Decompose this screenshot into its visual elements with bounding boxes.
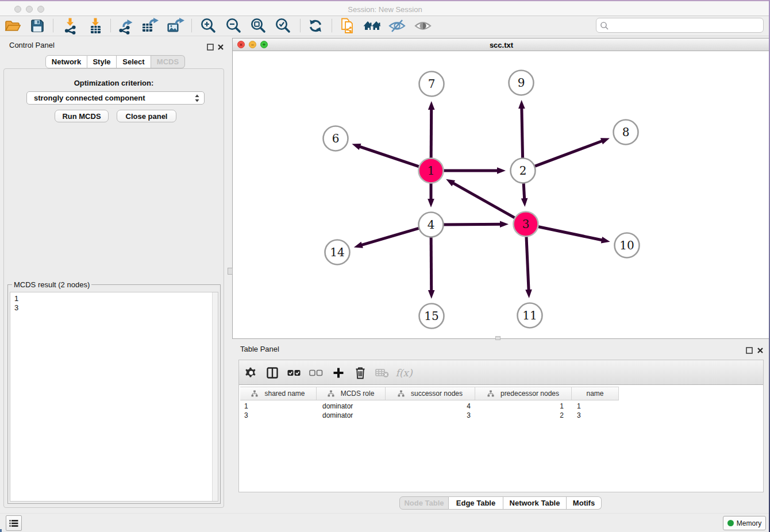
column-header-predecessor-nodes[interactable]: predecessor nodes (475, 387, 572, 400)
table-tab-edge-table[interactable]: Edge Table (449, 496, 503, 510)
node-7[interactable]: 7 (419, 72, 444, 97)
zoom-selected-button[interactable] (272, 17, 293, 34)
edge-1-7[interactable] (428, 101, 435, 159)
search-input[interactable] (596, 18, 764, 33)
cell-successor-nodes[interactable]: 3 (386, 411, 475, 420)
open-session-button[interactable] (2, 17, 23, 34)
hide-selected-button[interactable] (387, 17, 407, 34)
edge-3-11[interactable] (525, 236, 532, 298)
cell-shared-name[interactable]: 3 (240, 411, 317, 420)
show-all-button[interactable] (413, 17, 433, 34)
table-row[interactable]: 3dominator323 (240, 411, 619, 420)
cell-predecessor-nodes[interactable]: 2 (475, 411, 572, 420)
column-namespace-icon (398, 390, 405, 397)
edge-4-15[interactable] (428, 236, 435, 299)
import-table-button[interactable] (85, 17, 106, 34)
save-session-button[interactable] (27, 17, 48, 34)
node-15[interactable]: 15 (419, 304, 444, 329)
function-builder-button[interactable]: f(x) (394, 360, 414, 385)
table-settings-button[interactable] (241, 360, 261, 385)
cell-name[interactable]: 1 (572, 402, 619, 411)
edge-2-3[interactable] (521, 182, 528, 207)
export-network-icon (117, 17, 134, 34)
control-tab-network[interactable]: Network (45, 55, 87, 68)
cell-name[interactable]: 3 (572, 411, 619, 420)
edge-1-6[interactable] (352, 144, 419, 167)
cell-MCDS-role[interactable]: dominator (317, 411, 386, 420)
mcds-result-values: 1 3 (14, 294, 18, 313)
node-10[interactable]: 10 (615, 233, 640, 258)
table-panel-close-button[interactable] (757, 346, 764, 353)
cell-MCDS-role[interactable]: dominator (317, 402, 386, 411)
cell-successor-nodes[interactable]: 4 (386, 402, 475, 411)
edge-3-1[interactable] (446, 179, 515, 218)
zoom-in-button[interactable] (198, 17, 218, 34)
show-column-panel-button[interactable] (263, 360, 282, 385)
close-panel-button[interactable]: Close panel (117, 110, 176, 122)
node-8[interactable]: 8 (614, 120, 638, 145)
table-row[interactable]: 1dominator411 (240, 402, 619, 411)
column-header-shared-name[interactable]: shared name (240, 387, 317, 400)
table-tab-node-table[interactable]: Node Table (399, 496, 449, 510)
panel-splitter-grip[interactable] (228, 268, 233, 275)
edge-2-9[interactable] (518, 100, 525, 159)
search-icon (600, 21, 609, 30)
node-3[interactable]: 3 (514, 212, 538, 237)
edge-1-2[interactable] (443, 167, 506, 174)
select-all-button[interactable] (284, 360, 304, 385)
cell-predecessor-nodes[interactable]: 1 (475, 402, 572, 411)
unchecked-boxes-icon (309, 369, 323, 377)
run-mcds-button[interactable]: Run MCDS (55, 110, 109, 122)
edge-1-4[interactable] (428, 183, 434, 208)
task-history-button[interactable] (6, 515, 22, 531)
app-titlebar: Session: New Session (0, 1, 770, 16)
export-network-button[interactable] (115, 17, 136, 34)
control-tab-mcds[interactable]: MCDS (151, 55, 185, 68)
control-tab-style[interactable]: Style (87, 55, 117, 68)
svg-text:8: 8 (622, 125, 630, 139)
optimization-criterion-select[interactable]: strongly connected component (26, 91, 205, 105)
svg-text:2: 2 (519, 164, 527, 178)
zoom-out-button[interactable] (223, 17, 244, 34)
delete-table-button[interactable] (372, 360, 392, 385)
bottom-splitter-grip[interactable] (495, 336, 500, 340)
node-6[interactable]: 6 (324, 126, 348, 151)
node-4[interactable]: 4 (419, 213, 444, 237)
delete-column-button[interactable] (351, 360, 370, 385)
column-header-MCDS-role[interactable]: MCDS role (317, 387, 386, 400)
create-column-button[interactable] (329, 360, 348, 385)
control-tab-select[interactable]: Select (117, 55, 151, 68)
control-panel-float-button[interactable] (207, 43, 214, 49)
node-2[interactable]: 2 (511, 159, 536, 183)
home-view-button[interactable] (362, 17, 383, 34)
toolbar-separator (332, 19, 332, 32)
node-9[interactable]: 9 (509, 71, 534, 95)
export-table-button[interactable] (140, 17, 160, 34)
table-panel-title: Table Panel (240, 345, 279, 353)
unselect-all-button[interactable] (306, 360, 326, 385)
node-11[interactable]: 11 (518, 303, 542, 328)
cell-shared-name[interactable]: 1 (240, 402, 317, 411)
control-panel-close-button[interactable] (217, 43, 224, 49)
edge-4-14[interactable] (354, 228, 420, 248)
result-scrollbar[interactable] (212, 292, 218, 501)
edge-3-10[interactable] (537, 226, 610, 243)
import-network-button[interactable] (60, 17, 80, 34)
export-image-button[interactable] (165, 17, 186, 34)
edge-4-3[interactable] (442, 221, 509, 228)
edge-2-8[interactable] (534, 138, 610, 166)
node-14[interactable]: 14 (325, 240, 350, 265)
table-tab-motifs[interactable]: Motifs (567, 496, 602, 510)
mcds-result-textarea[interactable]: 1 3 (10, 292, 218, 502)
memory-button[interactable]: Memory (723, 516, 766, 530)
zoom-fit-button[interactable] (248, 17, 268, 34)
duplicate-network-button[interactable] (337, 17, 358, 34)
column-header-successor-nodes[interactable]: successor nodes (386, 387, 475, 400)
table-panel-float-button[interactable] (746, 346, 753, 353)
apply-layout-button[interactable] (305, 17, 326, 34)
node-1[interactable]: 1 (419, 159, 444, 183)
network-graph-canvas[interactable]: 1234678910111415 (233, 51, 769, 339)
toolbar-separator (300, 19, 301, 32)
table-tab-network-table[interactable]: Network Table (503, 496, 567, 510)
column-header-name[interactable]: name (572, 387, 619, 400)
